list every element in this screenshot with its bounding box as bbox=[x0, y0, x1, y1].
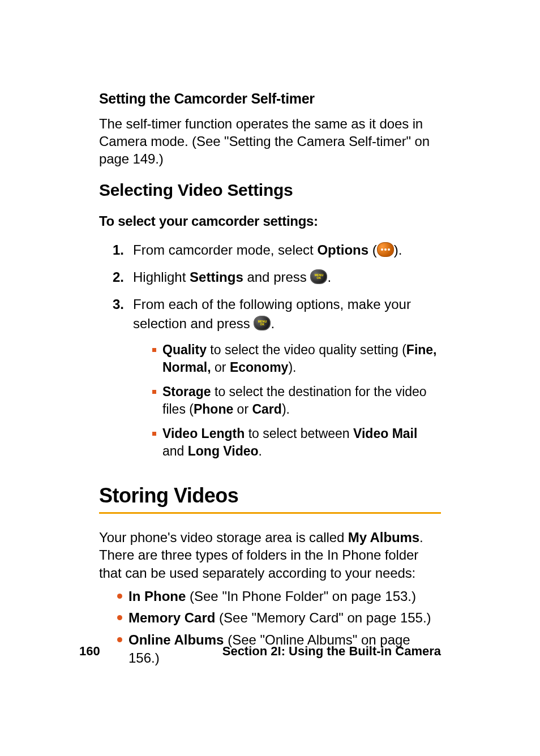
list-item: Video Length to select between Video Mai… bbox=[152, 425, 441, 460]
step-content: From camcorder mode, select Options (). bbox=[133, 240, 441, 260]
bold: Phone bbox=[194, 402, 233, 416]
bold: Settings bbox=[190, 269, 243, 285]
list-item: Storage to select the destination for th… bbox=[152, 383, 441, 418]
text: or bbox=[233, 402, 252, 416]
text: (See "Memory Card" on page 155.) bbox=[215, 610, 431, 625]
menu-ok-button-icon: MENUOK bbox=[310, 269, 327, 284]
bold: Video Length bbox=[162, 426, 245, 441]
text: . bbox=[271, 316, 275, 331]
options-softkey-icon bbox=[377, 242, 394, 257]
bold: My Albums bbox=[348, 530, 419, 545]
text: . bbox=[259, 444, 262, 458]
page-number: 160 bbox=[79, 644, 100, 659]
self-timer-body: The self-timer function operates the sam… bbox=[99, 115, 441, 168]
text: (See "In Phone Folder" on page 153.) bbox=[186, 589, 416, 604]
text: . bbox=[327, 269, 331, 285]
text: Your phone's video storage area is calle… bbox=[99, 530, 348, 545]
bold: Options bbox=[317, 242, 368, 257]
video-settings-heading: Selecting Video Settings bbox=[99, 181, 441, 200]
ordered-steps: 1. From camcorder mode, select Options (… bbox=[112, 240, 441, 467]
section-title: Section 2I: Using the Built-in Camera bbox=[222, 644, 441, 659]
text: From camcorder mode, select bbox=[133, 242, 317, 257]
video-settings-subheading: To select your camcorder settings: bbox=[99, 213, 441, 229]
step-number: 3. bbox=[112, 295, 124, 314]
sub-options-list: Quality to select the video quality sett… bbox=[152, 341, 441, 460]
storing-videos-heading: Storing Videos bbox=[99, 484, 441, 508]
document-page: Setting the Camcorder Self-timer The sel… bbox=[0, 0, 540, 756]
step-2: 2. Highlight Settings and press MENUOK. bbox=[112, 268, 441, 287]
text: ( bbox=[368, 242, 377, 257]
step-content: From each of the following options, make… bbox=[133, 295, 441, 467]
step-1: 1. From camcorder mode, select Options (… bbox=[112, 240, 441, 260]
text: ). bbox=[394, 242, 402, 257]
text: ). bbox=[282, 402, 290, 416]
bold: In Phone bbox=[128, 589, 186, 604]
menu-ok-button-icon: MENUOK bbox=[254, 316, 271, 330]
text: Highlight bbox=[133, 269, 190, 285]
step-number: 2. bbox=[112, 268, 124, 287]
page-footer: 160 Section 2I: Using the Built-in Camer… bbox=[0, 644, 540, 659]
list-item: Quality to select the video quality sett… bbox=[152, 341, 441, 376]
text: and bbox=[162, 444, 188, 458]
text: or bbox=[211, 360, 230, 375]
bold: Card bbox=[252, 402, 281, 416]
list-item: Memory Card (See "Memory Card" on page 1… bbox=[117, 609, 441, 627]
list-item: In Phone (See "In Phone Folder" on page … bbox=[117, 587, 441, 605]
storing-intro: Your phone's video storage area is calle… bbox=[99, 529, 441, 582]
bold: Memory Card bbox=[128, 610, 215, 625]
bold: Long Video bbox=[188, 444, 259, 458]
bold: Economy bbox=[230, 360, 289, 375]
step-3: 3. From each of the following options, m… bbox=[112, 295, 441, 467]
heading-rule bbox=[99, 512, 441, 514]
text: and press bbox=[243, 269, 311, 285]
text: ). bbox=[288, 360, 296, 375]
bold: Video Mail bbox=[353, 426, 417, 441]
step-number: 1. bbox=[112, 240, 124, 260]
text: to select the video quality setting ( bbox=[207, 342, 406, 357]
bold: Storage bbox=[162, 384, 211, 399]
text: to select between bbox=[245, 426, 353, 441]
self-timer-heading: Setting the Camcorder Self-timer bbox=[99, 91, 441, 107]
bold: Quality bbox=[162, 342, 207, 357]
step-content: Highlight Settings and press MENUOK. bbox=[133, 268, 441, 287]
